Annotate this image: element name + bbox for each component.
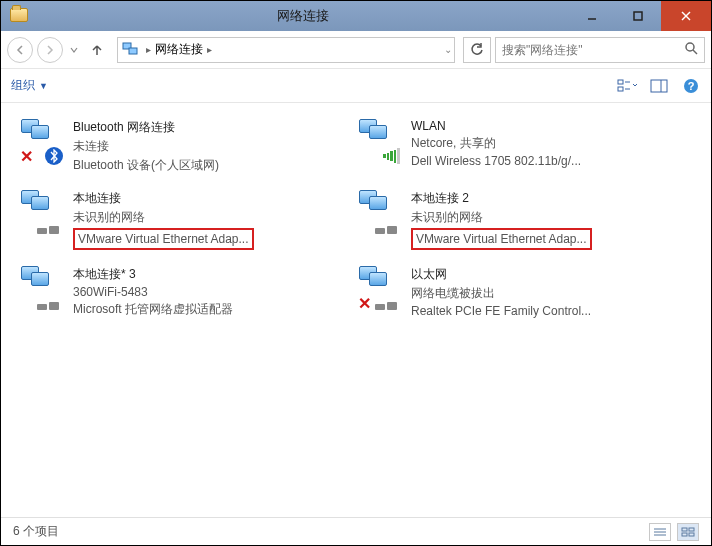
search-icon[interactable] [684,41,698,58]
connection-item[interactable]: WLAN Netcore, 共享的 Dell Wireless 1705 802… [353,113,681,178]
breadcrumb-sep-icon: ▸ [207,44,212,55]
device-label: VMware Virtual Ethernet Adap... [73,228,254,250]
connection-status: 未连接 [73,138,219,155]
organize-menu[interactable]: 组织 [11,77,35,94]
connection-icon [355,188,403,236]
history-dropdown[interactable] [67,46,81,54]
bluetooth-icon [45,147,63,165]
window-title: 网络连接 [37,7,569,25]
connection-icon: ✕ [355,264,403,312]
content-area: ✕ Bluetooth 网络连接 未连接 Bluetooth 设备(个人区域网)… [1,103,711,517]
connection-name: 以太网 [411,266,591,283]
connection-item[interactable]: 本地连接 2 未识别的网络 VMware Virtual Ethernet Ad… [353,184,681,254]
connection-status: 未识别的网络 [73,209,254,226]
address-icon [120,42,142,58]
connection-icon [17,188,65,236]
toolbar: 组织 ▼ ? [1,69,711,103]
connection-icon [355,117,403,165]
connection-item[interactable]: 本地连接* 3 360WiFi-5483 Microsoft 托管网络虚拟适配器 [15,260,343,322]
svg-rect-8 [618,80,623,84]
ethernet-plug-icon [37,300,61,312]
device-label: Microsoft 托管网络虚拟适配器 [73,302,233,316]
svg-rect-1 [634,12,642,20]
details-view-button[interactable] [649,523,671,541]
help-button[interactable]: ? [681,76,701,96]
disconnected-x-icon: ✕ [355,294,373,312]
connection-item[interactable]: ✕ Bluetooth 网络连接 未连接 Bluetooth 设备(个人区域网) [15,113,343,178]
connection-name: WLAN [411,119,581,133]
titlebar: 网络连接 [1,1,711,31]
preview-pane-button[interactable] [649,76,669,96]
disabled-x-icon: ✕ [17,147,35,165]
back-button[interactable] [7,37,33,63]
connection-name: 本地连接 [73,190,254,207]
connection-status: 网络电缆被拔出 [411,285,591,302]
refresh-button[interactable] [463,37,491,63]
device-label: Realtek PCIe FE Family Control... [411,304,591,318]
nav-row: ▸ 网络连接 ▸ ⌄ [1,31,711,69]
window-icon [1,8,37,24]
device-label: Dell Wireless 1705 802.11b/g/... [411,154,581,168]
connection-status: Netcore, 共享的 [411,135,581,152]
connection-icon: ✕ [17,117,65,165]
wifi-signal-icon [383,147,401,165]
svg-rect-21 [682,533,687,536]
ethernet-plug-icon [375,224,399,236]
minimize-button[interactable] [569,1,615,31]
connection-status: 未识别的网络 [411,209,592,226]
breadcrumb-sep-icon: ▸ [146,44,151,55]
ethernet-plug-icon [375,300,399,312]
window-controls [569,1,711,31]
organize-dropdown-icon[interactable]: ▼ [39,81,48,91]
connection-item[interactable]: 本地连接 未识别的网络 VMware Virtual Ethernet Adap… [15,184,343,254]
tiles-view-button[interactable] [677,523,699,541]
svg-rect-20 [689,528,694,531]
breadcrumb-item[interactable]: 网络连接 [155,41,203,58]
view-options-button[interactable] [617,76,637,96]
device-label: Bluetooth 设备(个人区域网) [73,158,219,172]
forward-button[interactable] [37,37,63,63]
svg-rect-5 [129,48,137,54]
item-count: 6 个项目 [13,523,59,540]
address-bar[interactable]: ▸ 网络连接 ▸ ⌄ [117,37,455,63]
address-dropdown-icon[interactable]: ⌄ [444,44,452,55]
svg-rect-19 [682,528,687,531]
close-button[interactable] [661,1,711,31]
connection-item[interactable]: ✕ 以太网 网络电缆被拔出 Realtek PCIe FE Family Con… [353,260,681,322]
svg-point-6 [686,43,694,51]
connection-name: 本地连接* 3 [73,266,233,283]
ethernet-plug-icon [37,224,61,236]
status-bar: 6 个项目 [1,517,711,545]
svg-line-7 [693,50,697,54]
svg-rect-22 [689,533,694,536]
svg-text:?: ? [688,80,695,92]
maximize-button[interactable] [615,1,661,31]
search-box[interactable] [495,37,705,63]
connection-name: 本地连接 2 [411,190,592,207]
connection-status: 360WiFi-5483 [73,285,233,299]
up-button[interactable] [85,38,109,62]
connection-name: Bluetooth 网络连接 [73,119,219,136]
svg-rect-9 [618,87,623,91]
search-input[interactable] [502,43,684,57]
svg-rect-12 [651,80,667,92]
connection-icon [17,264,65,312]
device-label: VMware Virtual Ethernet Adap... [411,228,592,250]
